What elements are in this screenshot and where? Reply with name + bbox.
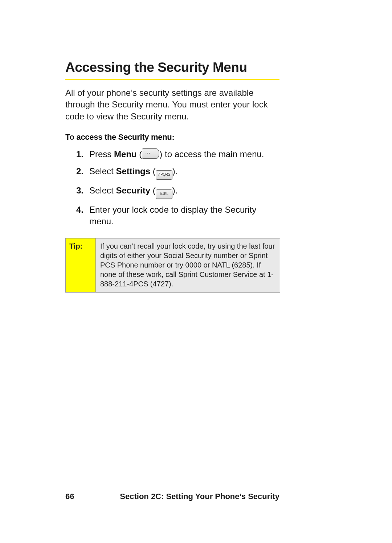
step-bold: Security (116, 185, 150, 195)
title-underline (65, 79, 279, 80)
step-paren-open: ( (150, 185, 156, 195)
step-item: 3. Select Security (5 JKL). (76, 185, 279, 199)
step-number: 3. (76, 185, 83, 196)
steps-list: 1. Press Menu () to access the main menu… (76, 148, 279, 227)
step-paren-close: ). (172, 166, 178, 176)
step-bold: Settings (116, 166, 150, 176)
tip-box: Tip: If you can’t recall your lock code,… (65, 238, 280, 293)
step-paren-close: ). (172, 185, 178, 195)
step-item: 1. Press Menu () to access the main menu… (76, 148, 279, 160)
tip-body: If you can’t recall your lock code, try … (96, 238, 280, 292)
step-paren-open: ( (137, 149, 142, 159)
menu-key-icon (142, 148, 159, 159)
step-item: 4. Enter your lock code to display the S… (76, 204, 279, 228)
key-5jkl-icon: 5 JKL (156, 189, 172, 199)
content-area: Accessing the Security Menu All of your … (65, 60, 279, 293)
page-title: Accessing the Security Menu (65, 60, 279, 75)
page-footer: 66 Section 2C: Setting Your Phone’s Secu… (65, 492, 279, 501)
step-number: 4. (76, 204, 83, 216)
step-text-pre: Select (89, 185, 116, 195)
manual-page: Accessing the Security Menu All of your … (0, 0, 392, 543)
step-bold: Menu (114, 149, 137, 159)
step-text-pre: Select (89, 166, 116, 176)
step-item: 2. Select Settings (7 PQRS). (76, 166, 279, 180)
tip-label: Tip: (66, 238, 96, 292)
step-text-pre: Press (89, 149, 114, 159)
step-paren-close: ) to access the main menu. (159, 149, 264, 159)
page-number: 66 (65, 492, 80, 501)
step-text-pre: Enter your lock code to display the Secu… (89, 205, 256, 226)
intro-paragraph: All of your phone’s security settings ar… (65, 87, 279, 122)
step-paren-open: ( (150, 166, 156, 176)
step-number: 1. (76, 148, 83, 160)
subheading: To access the Security menu: (65, 132, 279, 142)
section-title: Section 2C: Setting Your Phone’s Securit… (80, 492, 279, 501)
step-number: 2. (76, 166, 83, 177)
key-7pqrs-icon: 7 PQRS (156, 170, 172, 180)
